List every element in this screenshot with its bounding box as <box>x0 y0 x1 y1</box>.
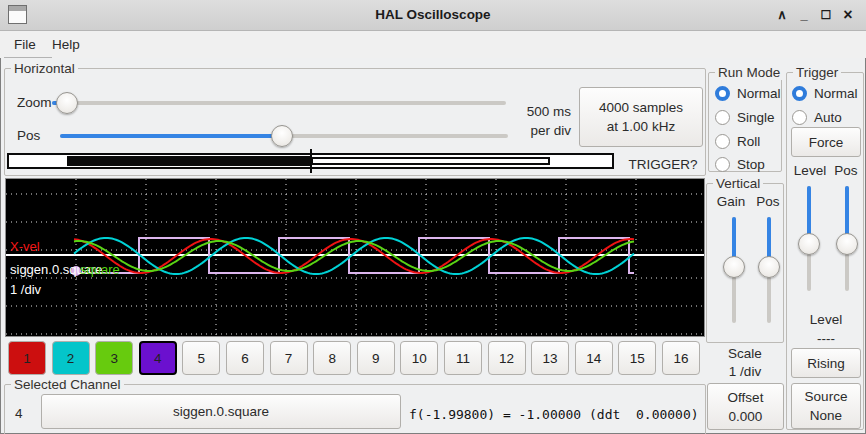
radio-dot-icon <box>792 86 807 101</box>
offset-button[interactable]: Offset 0.000 <box>707 383 784 430</box>
horizontal-pos-slider[interactable] <box>60 125 508 147</box>
samples-button-line2: at 1.00 kHz <box>607 117 675 136</box>
radio-dot-icon <box>792 110 807 125</box>
horizontal-frame: Horizontal Zoom Pos 500 ms per div 4000 … <box>4 68 706 176</box>
record-position-bar <box>7 153 614 169</box>
zoom-slider-knob[interactable] <box>56 92 78 114</box>
trigger-pos-slider[interactable] <box>836 186 858 291</box>
samples-button-line1: 4000 samples <box>599 98 683 117</box>
trigger-source-button-line2: None <box>810 406 842 425</box>
run-mode-frame-label: Run Mode <box>715 65 783 80</box>
radio-dot-icon <box>715 134 730 149</box>
vertical-frame: Vertical Gain Pos <box>706 183 784 343</box>
channel-button-11[interactable]: 11 <box>444 341 482 375</box>
scope-channel-label: X-vel <box>10 239 40 254</box>
channel-button-10[interactable]: 10 <box>400 341 438 375</box>
run-mode-normal-radio[interactable]: Normal <box>715 85 781 102</box>
force-button[interactable]: Force <box>791 127 861 157</box>
vertical-pos-knob[interactable] <box>758 256 780 278</box>
channel-button-9[interactable]: 9 <box>357 341 395 375</box>
trigger-slider-labels: Level Pos <box>789 163 863 178</box>
trigger-source-button[interactable]: Source None <box>791 383 861 429</box>
scope-scale-label: 1 /div <box>10 282 41 297</box>
record-captured-region <box>67 156 310 166</box>
run-mode-stop-label: Stop <box>737 157 765 172</box>
selected-channel-number: 4 <box>15 406 23 421</box>
timebase-units: per div <box>501 121 571 140</box>
channel-button-8[interactable]: 8 <box>313 341 351 375</box>
trigger-level-knob[interactable] <box>798 233 820 255</box>
minimize-icon[interactable]: _ <box>794 0 814 30</box>
vertical-pos-slider[interactable] <box>758 217 780 323</box>
trigger-auto-radio[interactable]: Auto <box>792 109 842 126</box>
trigger-pos-knob[interactable] <box>836 233 858 255</box>
run-mode-normal-label: Normal <box>737 86 781 101</box>
channel-button-2[interactable]: 2 <box>52 341 90 375</box>
radio-dot-icon <box>715 157 730 172</box>
record-view-region <box>311 157 551 165</box>
shade-icon[interactable]: ∧ <box>772 0 792 30</box>
vertical-gain-label: Gain <box>709 194 753 209</box>
vertical-gain-knob[interactable] <box>723 256 745 278</box>
channel-button-15[interactable]: 15 <box>618 341 656 375</box>
channel-button-14[interactable]: 14 <box>575 341 613 375</box>
channel-button-3[interactable]: 3 <box>95 341 133 375</box>
trigger-pos-label: Pos <box>831 163 861 178</box>
run-mode-stop-radio[interactable]: Stop <box>715 156 765 173</box>
zoom-slider-track <box>52 101 506 105</box>
samples-button[interactable]: 4000 samples at 1.00 kHz <box>579 87 703 147</box>
pos-slider-knob[interactable] <box>271 125 293 147</box>
scale-value: 1 /div <box>706 364 784 379</box>
channel-button-4[interactable]: 4 <box>139 341 177 375</box>
selected-channel-frame-label: Selected Channel <box>11 377 124 392</box>
channel-button-6[interactable]: 6 <box>226 341 264 375</box>
selected-channel-frame: Selected Channel 4 siggen.0.square f(-1.… <box>4 384 706 434</box>
vertical-pos-label: Pos <box>753 194 783 209</box>
pos-label: Pos <box>17 128 40 143</box>
channel-button-1[interactable]: 1 <box>8 341 46 375</box>
run-mode-single-label: Single <box>737 110 775 125</box>
trigger-normal-radio[interactable]: Normal <box>792 85 858 102</box>
channel-button-row: 12345678910111213141516 <box>8 341 700 375</box>
offset-button-line2: 0.000 <box>729 407 763 426</box>
channel-button-16[interactable]: 16 <box>662 341 700 375</box>
channel-button-13[interactable]: 13 <box>531 341 569 375</box>
menu-help[interactable]: Help <box>48 34 84 56</box>
timebase-readout: 500 ms per div <box>501 102 571 140</box>
trigger-edge-button[interactable]: Rising <box>791 348 861 378</box>
close-icon[interactable]: × <box>838 0 858 30</box>
scope-canvas <box>6 179 704 336</box>
window-title: HAL Oscilloscope <box>0 0 866 30</box>
run-mode-roll-label: Roll <box>737 134 760 149</box>
menu-file[interactable]: File <box>10 34 40 56</box>
run-mode-single-radio[interactable]: Single <box>715 109 775 126</box>
zoom-label: Zoom <box>17 95 52 110</box>
trigger-level-label: Level <box>789 163 831 178</box>
trigger-frame-label: Trigger <box>793 65 841 80</box>
trigger-auto-label: Auto <box>814 110 842 125</box>
vertical-frame-label: Vertical <box>713 176 763 191</box>
scope-display: X-vel siggen.0.square square 1 /div <box>5 178 705 337</box>
radio-dot-icon <box>715 86 730 101</box>
channel-button-5[interactable]: 5 <box>182 341 220 375</box>
vertical-slider-labels: Gain Pos <box>709 194 783 209</box>
channel-button-12[interactable]: 12 <box>488 341 526 375</box>
channel-name-button[interactable]: siggen.0.square <box>41 394 401 429</box>
title-bar: HAL Oscilloscope ∧ _ ☐ × <box>0 0 866 31</box>
run-mode-frame: Run Mode Normal Single Roll Stop <box>708 72 782 172</box>
scale-caption: Scale <box>706 346 784 361</box>
zoom-slider[interactable] <box>52 92 506 114</box>
vertical-gain-slider[interactable] <box>723 217 745 323</box>
run-mode-roll-radio[interactable]: Roll <box>715 133 760 150</box>
trigger-source-button-line1: Source <box>805 387 848 406</box>
horizontal-frame-label: Horizontal <box>11 61 78 76</box>
radio-dot-icon <box>715 110 730 125</box>
maximize-icon[interactable]: ☐ <box>816 0 836 30</box>
trigger-level-caption: Level <box>787 312 865 327</box>
timebase-value: 500 ms <box>501 102 571 121</box>
trigger-question-label: TRIGGER? <box>623 157 703 172</box>
trigger-frame: Trigger Normal Auto Force Level Pos Leve… <box>786 72 864 430</box>
trigger-level-slider[interactable] <box>798 186 820 291</box>
channel-button-7[interactable]: 7 <box>270 341 308 375</box>
record-cursor <box>310 149 312 173</box>
